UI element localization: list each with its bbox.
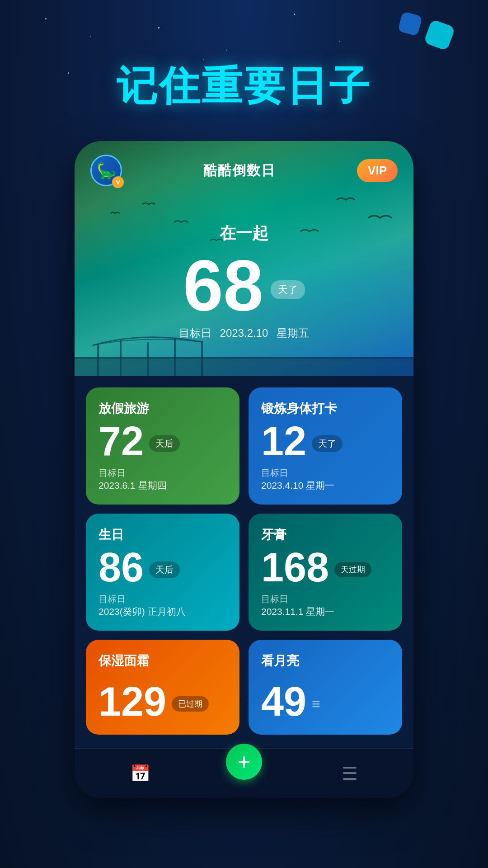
card-moon-menu-icon: ≡ [312,696,320,712]
calendar-nav-icon: 📅 [130,764,150,783]
nav-list-item[interactable]: ☰ [342,763,358,784]
card-moisturizer-title: 保湿面霜 [99,652,227,670]
card-toothpaste[interactable]: 牙膏 168 天过期 目标日 2023.11.1 星期一 [249,514,402,631]
card-birthday[interactable]: 生日 86 天后 目标日 2023(癸卯) 正月初八 [86,514,239,631]
card-moon-number-row: 49 ≡ [261,681,389,722]
card-birthday-date: 2023(癸卯) 正月初八 [99,605,227,618]
hero-date-row: 目标日 2023.2.10 星期五 [179,326,309,340]
card-moisturizer-number-row: 129 已过期 [99,681,227,722]
card-vacation-number-row: 72 天后 [99,421,227,462]
hero-weekday: 星期五 [277,327,309,339]
svg-rect-6 [75,357,413,359]
card-vacation-number: 72 [99,421,144,462]
card-exercise-badge: 天了 [312,435,343,452]
list-nav-icon: ☰ [342,763,358,784]
card-moisturizer[interactable]: 保湿面霜 129 已过期 [86,640,239,735]
card-vacation-date: 2023.6.1 星期四 [99,479,227,492]
card-toothpaste-number-row: 168 天过期 [261,547,389,588]
card-birthday-badge: 天后 [149,561,180,578]
hero-number-wrap: 68 天了 [183,249,305,321]
card-exercise-title: 锻炼身体打卡 [261,400,389,417]
card-exercise[interactable]: 锻炼身体打卡 12 天了 目标日 2023.4.10 星期一 [249,387,402,505]
card-toothpaste-date: 2023.11.1 星期一 [261,605,389,618]
cards-row-2: 生日 86 天后 目标日 2023(癸卯) 正月初八 牙膏 [86,514,402,631]
card-toothpaste-title: 牙膏 [261,526,389,543]
phone-screen: 🦕 V 酷酷倒数日 VIP 在一起 68 天了 目标日 2023.2.10 星期… [75,141,413,798]
hero-event-name: 在一起 [220,222,268,245]
cards-section: 放假旅游 72 天后 目标日 2023.6.1 星期四 锻炼身体打卡 [75,376,413,798]
svg-rect-4 [174,338,176,376]
card-moon[interactable]: 看月亮 49 ≡ [249,640,402,735]
svg-rect-1 [97,344,99,376]
avatar-icon: 🦕 [96,161,117,180]
add-icon: + [237,749,250,775]
hero-day-badge: 天了 [271,280,305,299]
app-header: 🦕 V 酷酷倒数日 VIP [75,141,413,195]
card-exercise-date: 2023.4.10 星期一 [261,479,389,492]
card-moisturizer-badge: 已过期 [172,696,209,712]
card-vacation[interactable]: 放假旅游 72 天后 目标日 2023.6.1 星期四 [86,387,239,505]
hero-target-label: 目标日 [179,327,211,339]
phone-mockup: 🦕 V 酷酷倒数日 VIP 在一起 68 天了 目标日 2023.2.10 星期… [75,141,413,798]
cards-row-3: 保湿面霜 129 已过期 看月亮 49 ≡ [86,640,402,735]
svg-rect-3 [147,342,149,376]
card-birthday-title: 生日 [99,526,227,543]
card-toothpaste-badge: 天过期 [334,562,371,577]
card-vacation-badge: 天后 [149,435,180,452]
card-toothpaste-target-label: 目标日 [261,593,389,605]
app-title: 酷酷倒数日 [203,161,276,180]
hero-target-date: 2023.2.10 [220,327,268,339]
vip-badge-small: V [112,176,124,188]
vip-button[interactable]: VIP [357,159,398,182]
card-exercise-target-label: 目标日 [261,467,389,479]
card-toothpaste-number: 168 [261,547,329,588]
cards-row-1: 放假旅游 72 天后 目标日 2023.6.1 星期四 锻炼身体打卡 [86,387,402,505]
card-birthday-number-row: 86 天后 [99,547,227,588]
page-title: 记住重要日子 [0,0,488,114]
card-exercise-number: 12 [261,421,306,462]
nav-calendar-item[interactable]: 📅 [130,764,150,783]
card-moisturizer-number: 129 [99,681,166,722]
svg-rect-0 [75,358,413,376]
card-moon-title: 看月亮 [261,652,389,670]
card-moon-number: 49 [261,681,306,722]
hero-day-count: 68 [183,249,263,321]
hero-card[interactable]: 🦕 V 酷酷倒数日 VIP 在一起 68 天了 目标日 2023.2.10 星期… [75,141,413,376]
card-vacation-target-label: 目标日 [99,467,227,479]
card-birthday-target-label: 目标日 [99,593,227,605]
user-avatar[interactable]: 🦕 V [90,155,122,186]
add-fab-button[interactable]: + [226,744,262,780]
card-vacation-title: 放假旅游 [99,400,227,417]
card-birthday-number: 86 [99,547,144,588]
card-exercise-number-row: 12 天了 [261,421,389,462]
